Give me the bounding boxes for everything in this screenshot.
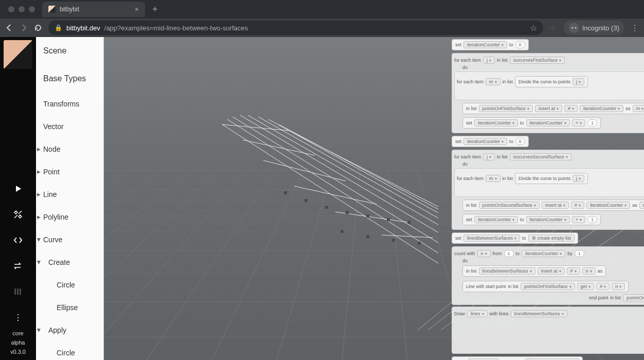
back-button[interactable] <box>5 24 13 32</box>
canvas-area[interactable]: set iterationCounter to 0 for each item … <box>104 37 644 360</box>
chevron-down-icon: ▶ <box>37 238 42 242</box>
new-tab-button[interactable]: + <box>148 4 162 15</box>
foreach-block-1[interactable]: for each item j in list isocurvesFirstSu… <box>452 53 644 133</box>
favicon-icon <box>48 6 56 13</box>
app-logo-icon[interactable] <box>4 40 32 69</box>
cat-circle2[interactable]: Circle <box>36 341 103 360</box>
menu-icon[interactable]: ⋮ <box>631 24 639 32</box>
cat-vector[interactable]: Vector <box>36 115 103 138</box>
swap-button[interactable] <box>10 258 26 274</box>
tab-bar: bitbybit × + <box>0 0 644 19</box>
code-button[interactable] <box>10 232 26 248</box>
chevron-down-icon: ▶ <box>37 329 42 332</box>
url-path: /app?examples=mid-lines-between-two-surf… <box>104 24 248 32</box>
close-window-icon[interactable] <box>8 6 14 12</box>
cat-polyline[interactable]: ▶Polyline <box>36 206 103 228</box>
logo-column: ⋮ core alpha v0.3.0 <box>0 37 36 360</box>
svg-rect-0 <box>550 26 551 29</box>
cat-apply[interactable]: ▶Apply <box>36 319 103 341</box>
close-tab-icon[interactable]: × <box>135 5 139 13</box>
cat-node[interactable]: ▶Node <box>36 138 103 160</box>
bookmark-icon[interactable]: ☆ <box>530 23 537 33</box>
browser-chrome: bitbybit × + 🔒 bitbybit.dev/app?examples… <box>0 0 644 37</box>
svg-rect-4 <box>17 289 19 295</box>
cat-point[interactable]: ▶Point <box>36 160 103 183</box>
play-button[interactable] <box>10 181 26 196</box>
chevron-right-icon: ▶ <box>37 147 41 152</box>
incognito-badge[interactable]: 👓 Incognito (3) <box>564 21 624 35</box>
cat-base-types[interactable]: Base Types <box>36 65 103 93</box>
svg-rect-1 <box>552 25 553 31</box>
browser-tab[interactable]: bitbybit × <box>42 2 145 17</box>
url-domain: bitbybit.dev <box>66 24 100 32</box>
side-icon-rail: ⋮ core alpha v0.3.0 <box>0 37 36 360</box>
cat-line[interactable]: ▶Line <box>36 183 103 206</box>
svg-rect-2 <box>554 27 556 29</box>
cat-create[interactable]: ▶Create <box>36 251 103 274</box>
cat-curve[interactable]: ▶Curve <box>36 228 103 251</box>
incognito-icon: 👓 <box>569 23 579 33</box>
chevron-right-icon: ▶ <box>37 192 41 197</box>
draw-lines-block[interactable]: Draw lines with lines linesBetweenSurfac… <box>452 307 644 354</box>
foreach-block-2[interactable]: for each item j in list isocurvesSecondS… <box>452 150 644 230</box>
tab-title: bitbybit <box>60 6 131 13</box>
minimize-window-icon[interactable] <box>19 6 25 12</box>
version-labels: core alpha v0.3.0 <box>10 330 26 355</box>
category-panel: Scene Base Types Transforms Vector ▶Node… <box>36 37 104 360</box>
nav-bar: 🔒 bitbybit.dev/app?examples=mid-lines-be… <box>0 19 644 37</box>
maximize-window-icon[interactable] <box>29 6 35 12</box>
chevron-right-icon: ▶ <box>37 214 41 220</box>
blockly-workspace[interactable]: set iterationCounter to 0 for each item … <box>452 37 644 360</box>
tools-button[interactable] <box>10 207 26 222</box>
incognito-label: Incognito (3) <box>582 24 619 32</box>
svg-line-16 <box>243 140 315 155</box>
cat-ellipse[interactable]: Ellipse <box>36 296 103 319</box>
window-controls <box>4 6 39 12</box>
version-label: v0.3.0 <box>10 349 26 355</box>
cat-circle[interactable]: Circle <box>36 274 103 296</box>
reload-button[interactable] <box>34 24 42 32</box>
count-block[interactable]: count with n from 1 to iterationCounter … <box>452 246 644 305</box>
svg-rect-3 <box>14 289 16 295</box>
cat-transforms[interactable]: Transforms <box>36 93 103 115</box>
app-root: ⋮ core alpha v0.3.0 Scene Base Types Tra… <box>0 37 644 360</box>
media-icon[interactable] <box>549 24 558 32</box>
chevron-right-icon: ▶ <box>37 169 41 174</box>
more-button[interactable]: ⋮ <box>10 310 26 325</box>
chevron-down-icon: ▶ <box>37 261 42 264</box>
cat-scene[interactable]: Scene <box>36 37 103 65</box>
library-button[interactable] <box>10 284 26 299</box>
alpha-label: alpha <box>11 339 25 346</box>
svg-line-15 <box>222 124 289 131</box>
forward-button[interactable] <box>20 24 28 32</box>
url-bar[interactable]: 🔒 bitbybit.dev/app?examples=mid-lines-be… <box>48 21 543 35</box>
core-label: core <box>12 330 23 336</box>
lock-icon: 🔒 <box>55 24 62 31</box>
svg-rect-5 <box>20 289 21 295</box>
